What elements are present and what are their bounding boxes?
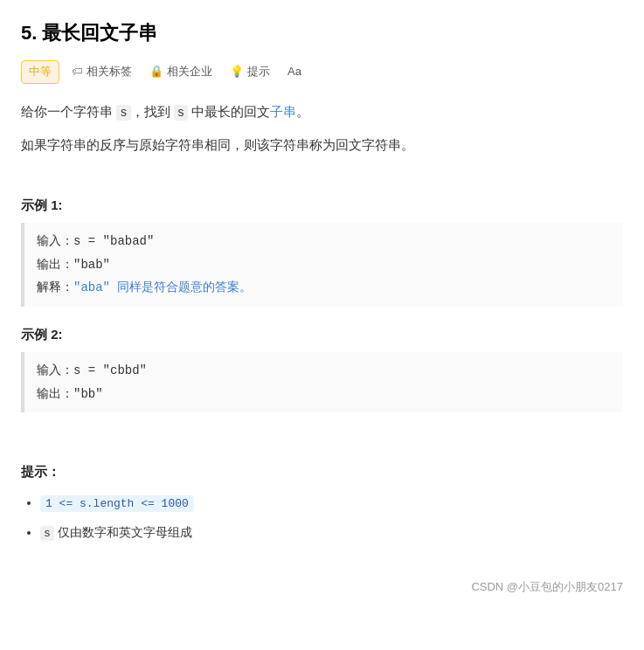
tags-row: 中等 🏷 相关标签 🔒 相关企业 💡 提示 Aa bbox=[21, 60, 623, 84]
example2-line1: 输入：s = "cbbd" bbox=[37, 359, 611, 383]
tag-companies-text: 相关企业 bbox=[167, 63, 212, 81]
footer-credit: CSDN @小豆包的小朋友0217 bbox=[21, 570, 623, 597]
tag-font[interactable]: Aa bbox=[282, 61, 307, 83]
description-2: 如果字符串的反序与原始字符串相同，则该字符串称为回文字符串。 bbox=[21, 133, 623, 156]
description-1: 给你一个字符串 s，找到 s 中最长的回文子串。 bbox=[21, 100, 623, 124]
s-code-inline: s bbox=[116, 105, 130, 121]
example1-line2: 输出："bab" bbox=[37, 253, 611, 277]
tag-related-companies[interactable]: 🔒 相关企业 bbox=[144, 61, 218, 83]
hint-text-2: 仅由数字和英文字母组成 bbox=[54, 525, 192, 539]
tag-label-text: 相关标签 bbox=[87, 63, 132, 81]
hint-item-1: 1 <= s.length <= 1000 bbox=[40, 493, 623, 514]
s-inline: s bbox=[40, 526, 54, 541]
s-code-inline-2: s bbox=[174, 105, 188, 121]
example1-line3: 解释："aba" 同样是符合题意的答案。 bbox=[37, 276, 611, 300]
hints-section: 提示： 1 <= s.length <= 1000 s 仅由数字和英文字母组成 bbox=[21, 461, 623, 543]
example1-block: 输入：s = "babad" 输出："bab" 解释："aba" 同样是符合题意… bbox=[21, 223, 623, 307]
hints-title: 提示： bbox=[21, 461, 623, 482]
hints-list: 1 <= s.length <= 1000 s 仅由数字和英文字母组成 bbox=[21, 493, 623, 543]
hint-code-1: 1 <= s.length <= 1000 bbox=[40, 495, 194, 512]
lock-icon: 🔒 bbox=[149, 63, 163, 81]
example2-block: 输入：s = "cbbd" 输出："bb" bbox=[21, 352, 623, 412]
palindrome-link[interactable]: 子串 bbox=[270, 104, 296, 119]
example1-line1: 输入：s = "babad" bbox=[37, 230, 611, 253]
example1-title: 示例 1: bbox=[21, 195, 623, 216]
desc1-text: 给你一个字符串 s，找到 s 中最长的回文子串。 bbox=[21, 104, 309, 119]
tag-hints[interactable]: 💡 提示 bbox=[225, 61, 275, 83]
difficulty-badge[interactable]: 中等 bbox=[21, 60, 59, 84]
hint-icon: 💡 bbox=[230, 63, 244, 81]
example2-line2: 输出："bb" bbox=[37, 383, 611, 406]
font-icon: Aa bbox=[287, 63, 301, 81]
label-icon: 🏷 bbox=[72, 63, 83, 81]
tag-hints-text: 提示 bbox=[247, 63, 270, 81]
page-title: 5. 最长回文子串 bbox=[21, 17, 623, 48]
tag-related-labels[interactable]: 🏷 相关标签 bbox=[66, 61, 137, 83]
hint-item-2: s 仅由数字和英文字母组成 bbox=[40, 522, 623, 543]
desc2-text: 如果字符串的反序与原始字符串相同，则该字符串称为回文字符串。 bbox=[21, 137, 414, 152]
example2-title: 示例 2: bbox=[21, 324, 623, 345]
